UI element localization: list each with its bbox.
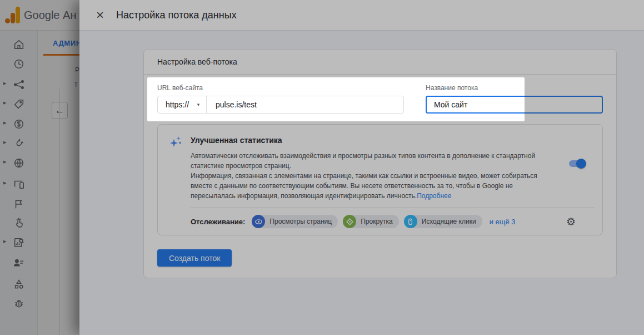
enhanced-measurement-content: Улучшенная статистика Автоматически отсл… [191, 135, 595, 235]
tracking-row: Отслеживание: Просмотры страниц Прокрутк… [191, 208, 595, 238]
website-url-input[interactable] [207, 96, 403, 113]
tracking-label: Отслеживание: [191, 218, 245, 226]
gear-icon[interactable]: ⚙ [566, 215, 576, 228]
drawer-header: × Настройка потока данных [79, 0, 644, 31]
dropdown-arrow-icon: ▼ [196, 102, 201, 107]
chip-scroll[interactable]: Прокрутка [343, 215, 398, 228]
chip-label: Просмотры страниц [269, 218, 332, 225]
mouse-icon [404, 215, 417, 228]
close-icon[interactable]: × [93, 8, 107, 22]
description-line-1: Автоматически отслеживать взаимодействия… [191, 152, 535, 170]
chip-outbound-clicks[interactable]: Исходящие клики [404, 215, 482, 228]
enhanced-measurement-toggle[interactable] [569, 160, 585, 167]
create-stream-button[interactable]: Создать поток [157, 249, 232, 267]
data-stream-setup-drawer: × Настройка потока данных Настройка веб-… [79, 0, 644, 335]
toggle-thumb [576, 159, 586, 169]
eye-icon [252, 215, 265, 228]
protocol-select[interactable]: https:// ▼ [158, 96, 206, 113]
stream-fields-row: URL веб-сайта https:// ▼ Название потока [144, 75, 616, 122]
enhanced-measurement-description: Автоматически отслеживать взаимодействия… [191, 151, 552, 201]
website-url-field: URL веб-сайта https:// ▼ [157, 84, 404, 114]
enhanced-measurement-title: Улучшенная статистика [191, 136, 595, 145]
card-header: Настройка веб-потока [144, 50, 616, 75]
more-events-link[interactable]: и ещё 3 [490, 218, 516, 226]
web-stream-setup-card: Настройка веб-потока URL веб-сайта https… [143, 49, 617, 278]
learn-more-link[interactable]: Подробнее [417, 192, 451, 200]
sparkle-column [169, 135, 191, 235]
drawer-scrim [0, 0, 79, 335]
chip-label: Прокрутка [361, 218, 392, 225]
website-url-input-group: https:// ▼ [157, 96, 404, 114]
enhanced-measurement-card: Улучшенная статистика Автоматически отсл… [157, 124, 603, 235]
protocol-value: https:// [166, 100, 189, 109]
chip-label: Исходящие клики [422, 218, 476, 225]
description-line-2: Информация, связанная с элементами на ст… [191, 172, 537, 200]
chip-page-views[interactable]: Просмотры страниц [252, 215, 338, 228]
sparkle-icon [169, 135, 183, 149]
stream-name-label: Название потока [426, 84, 603, 92]
stream-name-input[interactable] [426, 96, 603, 114]
stream-name-field: Название потока [426, 84, 603, 114]
website-url-label: URL веб-сайта [157, 84, 404, 92]
scroll-icon [343, 215, 356, 228]
drawer-title: Настройка потока данных [116, 9, 237, 21]
